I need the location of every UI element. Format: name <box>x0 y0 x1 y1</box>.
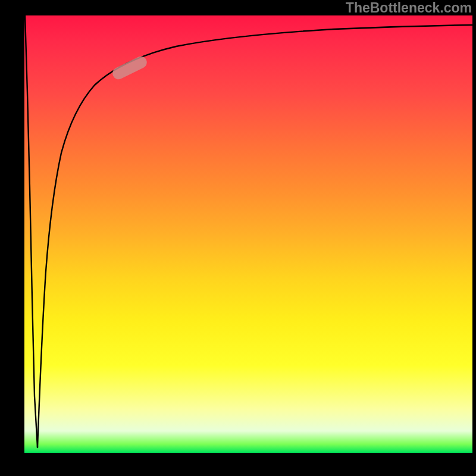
plot-area <box>24 15 472 453</box>
chart-frame: TheBottleneck.com <box>0 0 476 476</box>
watermark-text: TheBottleneck.com <box>346 0 472 16</box>
